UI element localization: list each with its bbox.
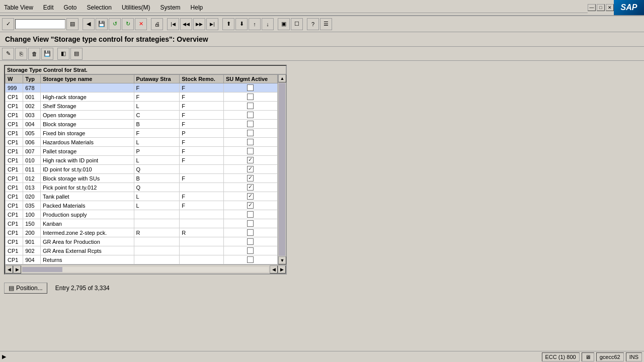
- cell-su[interactable]: [223, 210, 277, 219]
- table-row[interactable]: CP1035Packed MaterialsLF: [6, 201, 278, 210]
- table-row[interactable]: CP1004Block storageBF: [6, 120, 278, 129]
- close-btn[interactable]: ✕: [606, 4, 614, 11]
- table-row[interactable]: CP1902GR Area External Rcpts: [6, 246, 278, 255]
- cell-su[interactable]: [223, 120, 277, 129]
- cell-su[interactable]: [223, 219, 277, 228]
- delete-icon[interactable]: 🗑: [28, 48, 40, 60]
- upload-button[interactable]: ⬆: [222, 18, 234, 30]
- scroll-thumb[interactable]: [279, 83, 285, 256]
- cell-su[interactable]: [223, 93, 277, 102]
- hscroll-right-btn[interactable]: ▶: [13, 265, 21, 274]
- next-page-button[interactable]: ▶▶: [193, 18, 205, 30]
- cell-su[interactable]: [223, 165, 277, 174]
- scroll-down-btn[interactable]: ▼: [278, 256, 286, 264]
- forward-button[interactable]: ↻: [122, 18, 134, 30]
- cell-su[interactable]: [223, 246, 277, 255]
- su-checkbox[interactable]: [247, 157, 254, 163]
- hscroll-next-btn[interactable]: ▶: [278, 265, 286, 274]
- minimize-btn[interactable]: —: [588, 4, 596, 11]
- back-button[interactable]: ↺: [109, 18, 121, 30]
- cell-su[interactable]: [223, 237, 277, 246]
- su-checkbox[interactable]: [247, 202, 254, 209]
- first-button[interactable]: |◀: [167, 18, 179, 30]
- menu-utilities[interactable]: Utilities(M): [120, 4, 152, 12]
- su-checkbox[interactable]: [247, 121, 254, 127]
- edit-icon[interactable]: ✎: [2, 48, 14, 60]
- table-row[interactable]: CP1200Intermed.zone 2-step pck.RR: [6, 228, 278, 237]
- layout-icon[interactable]: ◧: [57, 48, 69, 60]
- scroll-up-btn[interactable]: ▲: [278, 74, 286, 82]
- customize-button[interactable]: ☰: [320, 18, 332, 30]
- cell-su[interactable]: [223, 138, 277, 147]
- table-row[interactable]: CP1011ID point for st.ty.010Q: [6, 165, 278, 174]
- su-checkbox[interactable]: [247, 211, 254, 218]
- command-field[interactable]: [15, 19, 65, 29]
- su-checkbox[interactable]: [247, 184, 254, 191]
- menu-goto[interactable]: Goto: [62, 4, 79, 12]
- cancel-button[interactable]: ✕: [135, 18, 147, 30]
- matchcode-button[interactable]: ▤: [66, 18, 78, 30]
- copy-icon[interactable]: ⎘: [15, 48, 27, 60]
- table-row[interactable]: CP1020Tank palletLF: [6, 192, 278, 201]
- cell-su[interactable]: [223, 192, 277, 201]
- upload2-button[interactable]: ↑: [249, 18, 261, 30]
- su-checkbox[interactable]: [247, 94, 254, 100]
- su-checkbox[interactable]: [247, 193, 254, 200]
- table-row[interactable]: CP1005Fixed bin storageFP: [6, 129, 278, 138]
- print-button[interactable]: 🖨: [151, 18, 163, 30]
- cell-su[interactable]: [223, 201, 277, 210]
- cell-su[interactable]: [223, 255, 277, 264]
- su-checkbox[interactable]: [247, 84, 254, 91]
- table-row[interactable]: CP1901GR Area for Production: [6, 237, 278, 246]
- su-checkbox[interactable]: [247, 220, 254, 227]
- su-checkbox[interactable]: [247, 103, 254, 109]
- table-row[interactable]: CP1006Hazardous MaterialsLF: [6, 138, 278, 147]
- su-checkbox[interactable]: [247, 130, 254, 136]
- download-button[interactable]: ↓: [262, 18, 274, 30]
- su-checkbox[interactable]: [247, 112, 254, 118]
- vertical-scrollbar[interactable]: ▲ ▼: [278, 74, 286, 264]
- prev-page-button[interactable]: ◀◀: [180, 18, 192, 30]
- cell-su[interactable]: [223, 156, 277, 165]
- hscroll-thumb[interactable]: [22, 267, 62, 272]
- table-row[interactable]: CP1003Open storageCF: [6, 111, 278, 120]
- hscroll-prev-btn[interactable]: ◀: [270, 265, 278, 274]
- table-row[interactable]: CP1150Kanban: [6, 219, 278, 228]
- cell-su[interactable]: [223, 174, 277, 183]
- table-row[interactable]: CP1001High-rack storageFF: [6, 93, 278, 102]
- cell-su[interactable]: [223, 183, 277, 192]
- last-button[interactable]: ▶|: [206, 18, 218, 30]
- help-button[interactable]: ?: [307, 18, 319, 30]
- cell-su[interactable]: [223, 102, 277, 111]
- table-row[interactable]: CP1013Pick point for st.ty.012Q: [6, 183, 278, 192]
- position-button[interactable]: ▤ Position...: [4, 283, 47, 294]
- select-layout-icon[interactable]: ▤: [70, 48, 83, 60]
- su-checkbox[interactable]: [247, 247, 254, 254]
- menu-edit[interactable]: Edit: [41, 4, 56, 12]
- table-row[interactable]: CP1012Block storage with SUsBF: [6, 174, 278, 183]
- su-checkbox[interactable]: [247, 238, 254, 245]
- save-button[interactable]: 💾: [96, 18, 108, 30]
- table-row[interactable]: CP1010High rack with ID pointLF: [6, 156, 278, 165]
- hscroll-left-btn[interactable]: ◀: [5, 265, 13, 274]
- menu-help[interactable]: Help: [189, 4, 205, 12]
- select-all-button[interactable]: ▣: [278, 18, 290, 30]
- deselect-button[interactable]: ☐: [291, 18, 303, 30]
- cell-su[interactable]: [223, 83, 277, 93]
- cell-su[interactable]: [223, 111, 277, 120]
- cell-su[interactable]: [223, 228, 277, 237]
- table-row[interactable]: CP1100Production supply: [6, 210, 278, 219]
- su-checkbox[interactable]: [247, 175, 254, 182]
- save2-icon[interactable]: 💾: [41, 48, 53, 60]
- horizontal-scrollbar[interactable]: ◀ ▶ ◀ ▶: [5, 264, 286, 274]
- cell-su[interactable]: [223, 129, 277, 138]
- su-checkbox[interactable]: [247, 256, 254, 263]
- copy2-button[interactable]: ⬇: [235, 18, 248, 30]
- su-checkbox[interactable]: [247, 229, 254, 236]
- table-row[interactable]: CP1007Pallet storagePF: [6, 147, 278, 156]
- menu-selection[interactable]: Selection: [85, 4, 114, 12]
- restore-btn[interactable]: □: [597, 4, 605, 11]
- su-checkbox[interactable]: [247, 139, 254, 145]
- menu-table-view[interactable]: Table View: [2, 4, 35, 12]
- su-checkbox[interactable]: [247, 148, 254, 154]
